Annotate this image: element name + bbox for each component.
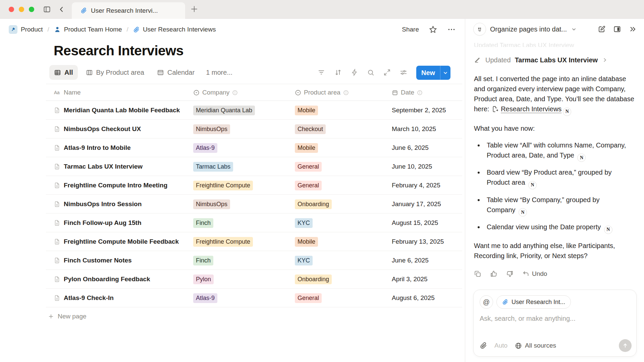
product-area-cell[interactable]: Mobile xyxy=(295,232,318,251)
page-name-cell[interactable]: Tarmac Labs UX Interview xyxy=(54,157,143,176)
page-name-cell[interactable]: Atlas-9 Check-In xyxy=(54,289,114,307)
sidebar-toggle-icon[interactable] xyxy=(43,5,51,13)
table-row[interactable]: NimbusOps Checkout UXNimbusOpsCheckoutMa… xyxy=(46,120,462,138)
product-area-cell[interactable]: General xyxy=(295,176,322,195)
favorite-star-icon[interactable] xyxy=(429,25,437,34)
page-name-cell[interactable]: NimbusOps Intro Session xyxy=(54,195,142,214)
product-area-cell[interactable]: KYC xyxy=(295,214,313,232)
table-row[interactable]: Atlas-9 Check-InAtlas-9GeneralAugust 6, … xyxy=(46,289,462,307)
table-row[interactable]: Freightline Compute Intro MeetingFreight… xyxy=(46,176,462,195)
view-tab-all[interactable]: All xyxy=(49,65,78,80)
filter-icon[interactable] xyxy=(317,68,325,76)
column-header-date[interactable]: Date xyxy=(392,84,423,101)
product-area-cell[interactable]: General xyxy=(295,289,322,307)
thumbs-up-icon[interactable] xyxy=(490,270,497,278)
date-cell[interactable]: February 4, 2025 xyxy=(392,176,440,195)
company-cell[interactable]: Tarmac Labs xyxy=(193,157,233,176)
ai-thread-title[interactable]: Organize pages into dat... xyxy=(490,25,567,33)
browser-tab[interactable]: User Research Intervi... xyxy=(72,2,185,19)
share-button[interactable]: Share xyxy=(402,26,419,33)
page-name-cell[interactable]: Freightline Compute Mobile Feedback xyxy=(54,232,179,251)
date-cell[interactable]: April 3, 2025 xyxy=(392,270,428,289)
table-row[interactable]: Freightline Compute Mobile FeedbackFreig… xyxy=(46,232,462,251)
table-row[interactable]: Finch Follow-up Aug 15thFinchKYCAugust 1… xyxy=(46,214,462,232)
back-icon[interactable] xyxy=(58,5,66,13)
column-header-company[interactable]: Company xyxy=(193,84,238,101)
attach-paperclip-icon[interactable] xyxy=(480,342,487,349)
date-cell[interactable]: September 2, 2025 xyxy=(392,101,446,120)
close-window-button[interactable] xyxy=(9,7,14,12)
page-name-cell[interactable]: Pylon Onboarding Feedback xyxy=(54,270,150,289)
notion-page-badge-icon[interactable]: N xyxy=(519,208,527,217)
company-cell[interactable]: Finch xyxy=(193,251,213,270)
send-button[interactable] xyxy=(619,339,632,352)
company-cell[interactable]: Freightline Compute xyxy=(193,176,253,195)
ai-input-card[interactable]: @ User Research Int... Ask, search, or m… xyxy=(473,290,637,357)
company-cell[interactable]: Atlas-9 xyxy=(193,289,217,307)
undo-button[interactable]: Undo xyxy=(522,269,547,279)
column-header-product-area[interactable]: Product area xyxy=(295,84,349,101)
table-row[interactable]: Meridian Quanta Lab Mobile FeedbackMerid… xyxy=(46,101,462,120)
thumbs-down-icon[interactable] xyxy=(506,270,514,278)
column-header-name[interactable]: Aa Name xyxy=(54,84,81,101)
expand-icon[interactable] xyxy=(383,69,391,76)
page-name-cell[interactable]: NimbusOps Checkout UX xyxy=(54,120,141,138)
copy-icon[interactable] xyxy=(474,270,481,278)
company-cell[interactable]: NimbusOps xyxy=(193,195,230,214)
product-area-cell[interactable]: Checkout xyxy=(295,120,326,138)
product-teamspace-icon[interactable] xyxy=(9,25,17,34)
search-icon[interactable] xyxy=(367,69,375,76)
breadcrumb-team-home[interactable]: Product Team Home xyxy=(64,26,122,33)
table-row[interactable]: Pylon Onboarding FeedbackPylonOnboarding… xyxy=(46,270,462,289)
minimize-window-button[interactable] xyxy=(19,7,24,12)
new-button[interactable]: New xyxy=(416,66,450,80)
table-row[interactable]: NimbusOps Intro SessionNimbusOpsOnboardi… xyxy=(46,195,462,214)
notion-page-badge-icon[interactable]: N xyxy=(563,108,571,116)
panel-layout-icon[interactable] xyxy=(613,25,621,33)
page-name-cell[interactable]: Finch Follow-up Aug 15th xyxy=(54,214,142,232)
new-button-chevron-icon[interactable] xyxy=(440,70,450,76)
new-chat-compose-icon[interactable] xyxy=(598,25,606,33)
auto-mode-button[interactable]: Auto xyxy=(494,342,507,349)
research-interviews-link[interactable]: Research Interviews xyxy=(501,105,561,113)
zoom-window-button[interactable] xyxy=(29,7,34,12)
date-cell[interactable]: June 10, 2025 xyxy=(392,157,432,176)
product-area-cell[interactable]: Mobile xyxy=(295,138,318,157)
product-area-cell[interactable]: Mobile xyxy=(295,101,318,120)
notion-page-badge-icon[interactable]: N xyxy=(604,226,612,234)
date-cell[interactable]: June 6, 2025 xyxy=(392,138,429,157)
automation-lightning-icon[interactable] xyxy=(351,69,358,76)
notion-page-badge-icon[interactable]: N xyxy=(528,181,537,189)
product-area-cell[interactable]: Onboarding xyxy=(295,195,332,214)
new-tab-icon[interactable] xyxy=(190,5,199,13)
sort-icon[interactable] xyxy=(334,68,342,76)
more-views-button[interactable]: 1 more... xyxy=(203,69,236,76)
company-cell[interactable]: Pylon xyxy=(193,270,214,289)
date-cell[interactable]: February 13, 2025 xyxy=(392,232,444,251)
product-area-cell[interactable]: Onboarding xyxy=(295,270,332,289)
notion-page-badge-icon[interactable]: N xyxy=(577,154,586,162)
page-name-cell[interactable]: Freightline Compute Intro Meeting xyxy=(54,176,167,195)
breadcrumb-product[interactable]: Product xyxy=(21,26,43,33)
date-cell[interactable]: August 15, 2025 xyxy=(392,214,438,232)
date-cell[interactable]: March 10, 2025 xyxy=(392,120,436,138)
date-cell[interactable]: June 6, 2025 xyxy=(392,251,429,270)
company-cell[interactable]: Meridian Quanta Lab xyxy=(193,101,255,120)
collapse-panel-double-chevron-icon[interactable] xyxy=(629,25,637,33)
date-cell[interactable]: January 17, 2025 xyxy=(392,195,441,214)
all-sources-button[interactable]: All sources xyxy=(515,342,556,349)
company-cell[interactable]: Freightline Compute xyxy=(193,232,253,251)
chevron-down-icon[interactable] xyxy=(571,26,577,32)
date-cell[interactable]: August 6, 2025 xyxy=(392,289,435,307)
updated-page-row[interactable]: Updated Tarmac Labs UX Interview xyxy=(474,55,635,65)
breadcrumb-current-page[interactable]: User Research Interviews xyxy=(143,26,216,33)
company-cell[interactable]: NimbusOps xyxy=(193,120,230,138)
more-options-icon[interactable] xyxy=(447,25,456,34)
context-chip[interactable]: User Research Int... xyxy=(496,295,571,309)
page-name-cell[interactable]: Atlas-9 Intro to Mobile xyxy=(54,138,131,157)
company-cell[interactable]: Atlas-9 xyxy=(193,138,217,157)
company-cell[interactable]: Finch xyxy=(193,214,213,232)
page-name-cell[interactable]: Finch Customer Notes xyxy=(54,251,132,270)
table-row[interactable]: Tarmac Labs UX InterviewTarmac LabsGener… xyxy=(46,157,462,176)
page-name-cell[interactable]: Meridian Quanta Lab Mobile Feedback xyxy=(54,101,180,120)
